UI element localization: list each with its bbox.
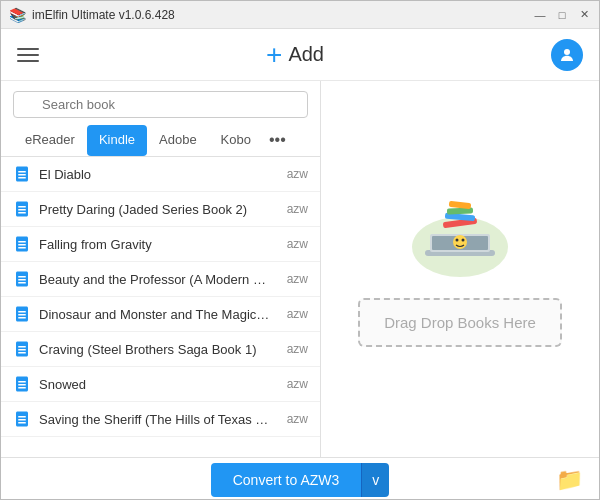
convert-dropdown-button[interactable]: v bbox=[361, 463, 389, 497]
titlebar-controls: — □ ✕ bbox=[533, 8, 591, 22]
toolbar: + Add bbox=[1, 29, 599, 81]
book-title: El Diablo bbox=[39, 167, 271, 182]
book-title: Dinosaur and Monster and The Magic … bbox=[39, 307, 271, 322]
illustration-svg bbox=[405, 192, 515, 282]
book-format: azw bbox=[287, 412, 308, 426]
book-title: Pretty Daring (Jaded Series Book 2) bbox=[39, 202, 271, 217]
hamburger-line bbox=[17, 54, 39, 56]
minimize-button[interactable]: — bbox=[533, 8, 547, 22]
search-input[interactable] bbox=[13, 91, 308, 118]
book-title: Craving (Steel Brothers Saga Book 1) bbox=[39, 342, 271, 357]
user-avatar[interactable] bbox=[551, 39, 583, 71]
tab-kobo[interactable]: Kobo bbox=[209, 125, 263, 156]
book-list-item[interactable]: Saving the Sheriff (The Hills of Texas B… bbox=[1, 402, 320, 437]
tabs-more-button[interactable]: ••• bbox=[263, 124, 292, 156]
plus-icon: + bbox=[266, 41, 282, 69]
maximize-button[interactable]: □ bbox=[555, 8, 569, 22]
book-title: Beauty and the Professor (A Modern F… bbox=[39, 272, 271, 287]
books-illustration bbox=[405, 192, 515, 282]
convert-button[interactable]: Convert to AZW3 bbox=[211, 463, 362, 497]
right-panel: Drag Drop Books Here bbox=[321, 81, 599, 457]
book-list-item[interactable]: Dinosaur and Monster and The Magic …azw bbox=[1, 297, 320, 332]
drop-zone[interactable]: Drag Drop Books Here bbox=[358, 298, 562, 347]
book-list-item[interactable]: Pretty Daring (Jaded Series Book 2)azw bbox=[1, 192, 320, 227]
book-icon bbox=[13, 165, 31, 183]
user-icon bbox=[558, 46, 576, 64]
add-button-label: Add bbox=[288, 43, 324, 66]
svg-point-0 bbox=[564, 49, 570, 55]
titlebar: 📚 imElfin Ultimate v1.0.6.428 — □ ✕ bbox=[1, 1, 599, 29]
close-button[interactable]: ✕ bbox=[577, 8, 591, 22]
drop-zone-label: Drag Drop Books Here bbox=[384, 314, 536, 331]
folder-icon: 📁 bbox=[556, 467, 583, 492]
tab-adobe[interactable]: Adobe bbox=[147, 125, 209, 156]
main-content: 🔍 eReader Kindle Adobe Kobo ••• El Diabl… bbox=[1, 81, 599, 457]
book-format: azw bbox=[287, 167, 308, 181]
svg-point-6 bbox=[455, 238, 458, 241]
book-title: Snowed bbox=[39, 377, 271, 392]
book-title: Falling from Gravity bbox=[39, 237, 271, 252]
book-icon bbox=[13, 410, 31, 428]
book-list: El DiabloazwPretty Daring (Jaded Series … bbox=[1, 157, 320, 457]
hamburger-line bbox=[17, 48, 39, 50]
search-area: 🔍 bbox=[1, 81, 320, 124]
book-icon bbox=[13, 200, 31, 218]
book-icon bbox=[13, 305, 31, 323]
tab-bar: eReader Kindle Adobe Kobo ••• bbox=[1, 124, 320, 157]
book-icon bbox=[13, 340, 31, 358]
book-icon bbox=[13, 375, 31, 393]
search-wrapper: 🔍 bbox=[13, 91, 308, 118]
book-format: azw bbox=[287, 342, 308, 356]
book-format: azw bbox=[287, 202, 308, 216]
book-list-item[interactable]: Beauty and the Professor (A Modern F…azw bbox=[1, 262, 320, 297]
tab-ereader[interactable]: eReader bbox=[13, 125, 87, 156]
book-icon bbox=[13, 270, 31, 288]
book-list-item[interactable]: Craving (Steel Brothers Saga Book 1)azw bbox=[1, 332, 320, 367]
hamburger-line bbox=[17, 60, 39, 62]
book-list-item[interactable]: Falling from Gravityazw bbox=[1, 227, 320, 262]
titlebar-title: imElfin Ultimate v1.0.6.428 bbox=[32, 8, 533, 22]
svg-point-7 bbox=[461, 238, 464, 241]
tab-kindle[interactable]: Kindle bbox=[87, 125, 147, 156]
add-button[interactable]: + Add bbox=[266, 41, 324, 69]
book-format: azw bbox=[287, 377, 308, 391]
book-format: azw bbox=[287, 237, 308, 251]
svg-rect-11 bbox=[449, 200, 472, 208]
book-icon bbox=[13, 235, 31, 253]
drop-area: Drag Drop Books Here bbox=[358, 192, 562, 347]
book-title: Saving the Sheriff (The Hills of Texas B… bbox=[39, 412, 271, 427]
bottom-bar: Convert to AZW3 v 📁 bbox=[1, 457, 599, 500]
app-icon: 📚 bbox=[9, 7, 26, 23]
book-list-item[interactable]: El Diabloazw bbox=[1, 157, 320, 192]
book-format: azw bbox=[287, 307, 308, 321]
left-panel: 🔍 eReader Kindle Adobe Kobo ••• El Diabl… bbox=[1, 81, 321, 457]
folder-button[interactable]: 📁 bbox=[556, 467, 583, 493]
book-list-item[interactable]: Snowedazw bbox=[1, 367, 320, 402]
book-format: azw bbox=[287, 272, 308, 286]
hamburger-menu-button[interactable] bbox=[17, 48, 39, 62]
